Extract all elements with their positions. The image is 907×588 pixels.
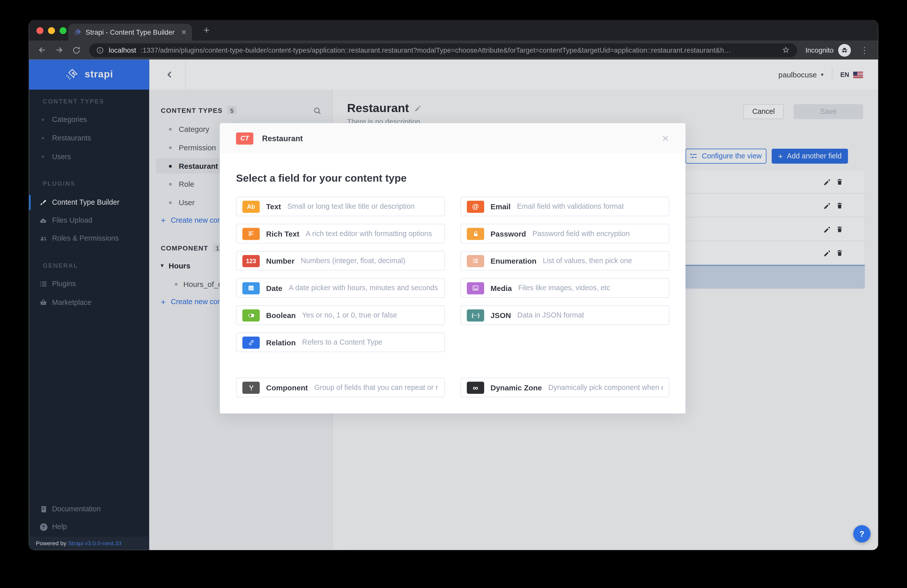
field-card-media[interactable]: Media Files like images, videos, etc	[460, 278, 669, 298]
plus-icon: +	[161, 216, 165, 225]
browser-tab[interactable]: Strapi - Content Type Builder ✕	[68, 24, 192, 40]
field-card-boolean[interactable]: Boolean Yes or no, 1 or 0, true or false	[236, 305, 445, 325]
window-controls	[37, 27, 67, 34]
browser-menu-icon[interactable]: ⋮	[857, 45, 872, 55]
caret-down-icon[interactable]: ▾	[161, 263, 163, 268]
field-label: Rich Text	[266, 229, 300, 238]
close-window-button[interactable]	[37, 27, 43, 34]
close-icon[interactable]: ✕	[662, 133, 669, 144]
type-item-label: Permission	[179, 143, 216, 152]
strapi-version-link[interactable]: Strapi v3.0.0-next.33	[68, 540, 122, 546]
new-tab-button[interactable]: +	[199, 22, 214, 37]
panel-header-label: CONTENT TYPES	[161, 107, 223, 114]
component-field-icon	[242, 381, 260, 393]
panel-component-label: COMPONENT	[161, 244, 208, 251]
edit-field-pencil-icon[interactable]	[823, 202, 831, 210]
powered-by-bar: Powered by Strapi v3.0.0-next.33	[29, 537, 149, 550]
bookmark-star-icon[interactable]	[782, 46, 790, 54]
sidebar-item-users[interactable]: Users	[29, 149, 149, 164]
edit-field-pencil-icon[interactable]	[823, 178, 831, 186]
tab-title: Strapi - Content Type Builder	[85, 28, 177, 36]
sidebar-item-files-upload[interactable]: Files Upload	[29, 213, 149, 228]
paintbrush-icon	[39, 199, 47, 207]
section-general: GENERAL	[43, 262, 78, 269]
delete-field-trash-icon[interactable]	[836, 178, 844, 186]
forward-icon[interactable]	[52, 43, 66, 57]
reload-icon[interactable]	[69, 43, 83, 57]
field-desc: Small or long text like title or descrip…	[287, 202, 415, 210]
search-icon[interactable]	[311, 105, 323, 116]
site-info-icon[interactable]	[96, 46, 104, 54]
field-card-relation[interactable]: Relation Refers to a Content Type	[236, 332, 445, 352]
save-button[interactable]: Save	[793, 104, 863, 119]
language-switcher[interactable]: EN	[840, 71, 863, 78]
field-card-json[interactable]: {···} JSON Data in JSON format	[460, 305, 669, 325]
add-field-label: Add another field	[787, 152, 841, 160]
field-card-richtext[interactable]: Rich Text A rich text editor with format…	[236, 224, 445, 244]
sidebar-item-restaurants[interactable]: Restaurants	[29, 131, 149, 146]
field-card-enumeration[interactable]: Enumeration List of values, then pick on…	[460, 251, 669, 271]
field-label: Password	[490, 229, 526, 238]
field-desc: Numbers (integer, float, decimal)	[301, 257, 405, 265]
help-fab-button[interactable]: ?	[853, 525, 870, 542]
sidebar-item-roles-permissions[interactable]: Roles & Permissions	[29, 231, 149, 246]
url-path: :1337/admin/plugins/content-type-builder…	[141, 46, 777, 54]
date-field-icon	[242, 282, 260, 294]
field-card-email[interactable]: @ Email Email field with validations for…	[460, 197, 669, 216]
bullet-icon	[42, 119, 44, 121]
field-card-password[interactable]: Password Password field with encryption	[460, 224, 669, 244]
sidebar-item-label: Help	[52, 523, 67, 531]
field-card-dynamiczone[interactable]: ∞ Dynamic Zone Dynamically pick componen…	[460, 378, 669, 397]
minimize-window-button[interactable]	[48, 27, 55, 34]
list-icon	[39, 280, 47, 288]
email-field-icon: @	[467, 200, 484, 213]
delete-field-trash-icon[interactable]	[836, 249, 844, 257]
relation-field-icon	[242, 336, 260, 348]
add-another-field-button[interactable]: + Add another field	[772, 149, 848, 163]
delete-field-trash-icon[interactable]	[836, 226, 844, 234]
edit-field-pencil-icon[interactable]	[823, 226, 831, 234]
back-icon[interactable]	[35, 43, 49, 57]
url-host: localhost	[109, 46, 136, 54]
field-desc: A rich text editor with formatting optio…	[306, 229, 432, 237]
sidebar-item-marketplace[interactable]: Marketplace	[29, 295, 149, 310]
plus-icon: +	[161, 297, 165, 307]
type-item-label: Role	[179, 179, 194, 188]
incognito-label: Incognito	[805, 46, 833, 54]
field-card-text[interactable]: Ab Text Small or long text like title or…	[236, 197, 445, 216]
edit-title-pencil-icon[interactable]	[414, 104, 422, 112]
sidebar-item-content-type-builder[interactable]: Content Type Builder	[29, 195, 149, 210]
tab-close-icon[interactable]: ✕	[181, 29, 187, 35]
field-label: Boolean	[266, 311, 296, 320]
delete-field-trash-icon[interactable]	[836, 202, 844, 210]
enumeration-field-icon	[467, 255, 484, 267]
bullet-icon	[42, 155, 44, 158]
bullet-icon	[42, 137, 44, 139]
sidebar-item-documentation[interactable]: Documentation	[29, 501, 149, 516]
media-field-icon	[467, 282, 484, 294]
field-card-date[interactable]: Date A date picker with hours, minutes a…	[236, 278, 445, 298]
question-circle-icon: ?	[39, 523, 47, 530]
create-link-label: Create new com	[171, 298, 223, 306]
field-card-number[interactable]: 123 Number Numbers (integer, float, deci…	[236, 251, 445, 271]
back-chevron-icon[interactable]	[162, 67, 177, 82]
strapi-rocket-icon	[65, 67, 79, 82]
configure-view-button[interactable]: Configure the view	[686, 149, 766, 163]
field-desc: Group of fields that you can repeat or r…	[314, 383, 439, 391]
content-types-count-badge: 5	[227, 106, 237, 114]
edit-field-pencil-icon[interactable]	[823, 249, 831, 257]
field-label: Component	[266, 383, 308, 392]
sidebar-item-help[interactable]: ? Help	[29, 519, 149, 534]
field-desc: Email field with validations format	[517, 202, 624, 210]
sidebar-item-categories[interactable]: Categories	[29, 112, 149, 127]
field-card-component[interactable]: Component Group of fields that you can r…	[236, 378, 445, 397]
sidebar-item-label: Files Upload	[52, 216, 92, 224]
sidebar-item-plugins[interactable]: Plugins	[29, 277, 149, 292]
cancel-button[interactable]: Cancel	[743, 104, 784, 119]
strapi-logo[interactable]: strapi	[29, 59, 149, 90]
user-menu[interactable]: paulbocuse ▾	[779, 70, 824, 79]
incognito-icon[interactable]	[838, 44, 851, 56]
text-field-icon: Ab	[242, 200, 260, 213]
url-bar[interactable]: localhost :1337/admin/plugins/content-ty…	[89, 43, 797, 57]
maximize-window-button[interactable]	[59, 27, 66, 34]
